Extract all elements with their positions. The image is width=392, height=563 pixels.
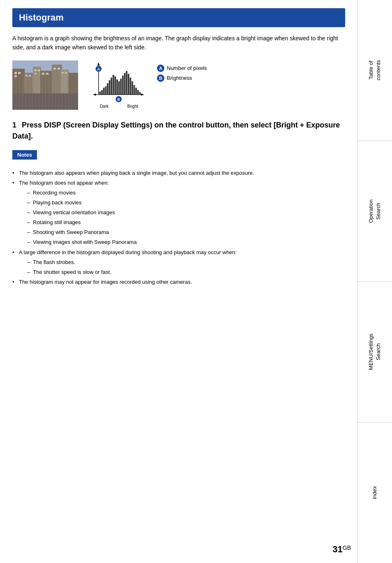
svg-rect-40 bbox=[122, 76, 124, 95]
sidebar-label-menu-settings-search: MENU/SettingsSearch bbox=[367, 334, 382, 370]
svg-rect-45 bbox=[131, 81, 133, 95]
svg-rect-28 bbox=[99, 91, 101, 94]
list-item: Shooting with Sweep Panorama bbox=[27, 228, 345, 237]
legend-b-circle: B bbox=[157, 74, 164, 82]
sidebar-label-operation-search: OperationSearch bbox=[367, 199, 382, 223]
svg-rect-2 bbox=[24, 73, 34, 93]
svg-rect-29 bbox=[101, 90, 103, 95]
notes-label: Notes bbox=[13, 151, 36, 159]
svg-rect-49 bbox=[139, 92, 141, 94]
svg-rect-39 bbox=[120, 79, 122, 95]
svg-rect-18 bbox=[46, 73, 48, 75]
legend-b-text: Brightness bbox=[167, 75, 192, 81]
svg-rect-41 bbox=[124, 73, 126, 95]
svg-rect-46 bbox=[134, 85, 135, 95]
svg-rect-9 bbox=[14, 72, 17, 74]
svg-marker-27 bbox=[141, 93, 144, 96]
sidebar-item-table-of-contents[interactable]: Table ofcontents bbox=[358, 0, 392, 141]
step-text: Press DISP (Screen Display Settings) on … bbox=[12, 121, 340, 140]
intro-text: A histogram is a graph showing the brigh… bbox=[12, 34, 345, 52]
svg-rect-0 bbox=[12, 60, 78, 77]
notes-content: The histogram also appears when playing … bbox=[12, 169, 345, 287]
legend-area: A Number of pixels B Brightness bbox=[157, 60, 207, 82]
page-number: 31GB bbox=[332, 544, 351, 555]
svg-text:Bright: Bright bbox=[127, 104, 138, 109]
svg-rect-17 bbox=[42, 73, 44, 75]
list-item: Rotating still images bbox=[27, 218, 345, 227]
svg-rect-15 bbox=[38, 70, 40, 71]
svg-rect-30 bbox=[103, 88, 105, 95]
svg-rect-1 bbox=[12, 69, 25, 93]
camera-image bbox=[12, 60, 78, 110]
svg-rect-6 bbox=[61, 70, 69, 93]
sidebar: Table ofcontents OperationSearch MENU/Se… bbox=[357, 0, 392, 563]
diagram-area: A B Dark Bright A Number of pixels bbox=[12, 60, 345, 110]
svg-rect-12 bbox=[25, 75, 28, 76]
svg-text:Dark: Dark bbox=[100, 104, 109, 109]
svg-rect-44 bbox=[130, 77, 131, 95]
svg-rect-10 bbox=[18, 72, 21, 74]
notes-box: Notes bbox=[12, 150, 37, 160]
sub-list: Recording movies Playing back movies Vie… bbox=[19, 188, 345, 247]
svg-rect-20 bbox=[58, 68, 60, 70]
svg-rect-11 bbox=[14, 75, 17, 77]
svg-rect-3 bbox=[33, 67, 41, 93]
list-item: Viewing vertical orientation images bbox=[27, 208, 345, 217]
list-item: The histogram may not appear for images … bbox=[12, 278, 345, 287]
sidebar-label-index: Index bbox=[371, 486, 378, 499]
svg-rect-37 bbox=[116, 79, 118, 95]
svg-rect-33 bbox=[109, 80, 111, 95]
sub-list: The flash strobes. The shutter speed is … bbox=[19, 258, 345, 277]
sidebar-label-table-of-contents: Table ofcontents bbox=[367, 60, 382, 80]
sidebar-item-index[interactable]: Index bbox=[358, 423, 392, 563]
svg-rect-4 bbox=[40, 71, 53, 93]
page-num-suffix: GB bbox=[343, 544, 351, 551]
main-content: Histogram A histogram is a graph showing… bbox=[0, 0, 357, 563]
svg-text:A: A bbox=[97, 67, 100, 71]
svg-rect-34 bbox=[111, 77, 112, 95]
list-item: The flash strobes. bbox=[27, 258, 345, 267]
page-wrapper: Histogram A histogram is a graph showing… bbox=[0, 0, 392, 563]
notes-list: The histogram also appears when playing … bbox=[12, 169, 345, 287]
svg-marker-26 bbox=[93, 93, 96, 96]
list-item: The histogram does not appear when: Reco… bbox=[12, 178, 345, 247]
svg-rect-7 bbox=[68, 73, 78, 93]
step-instruction: 1 Press DISP (Screen Display Settings) o… bbox=[12, 120, 345, 142]
list-item: Recording movies bbox=[27, 188, 345, 197]
svg-rect-43 bbox=[128, 74, 129, 95]
legend-a-text: Number of pixels bbox=[167, 65, 207, 71]
svg-rect-42 bbox=[126, 71, 127, 95]
svg-rect-38 bbox=[118, 81, 120, 95]
svg-rect-48 bbox=[137, 90, 139, 95]
list-item: The shutter speed is slow or fast. bbox=[27, 268, 345, 277]
svg-rect-36 bbox=[115, 76, 116, 95]
svg-rect-32 bbox=[107, 83, 108, 95]
svg-rect-35 bbox=[113, 75, 114, 95]
svg-rect-22 bbox=[65, 72, 67, 74]
svg-rect-16 bbox=[35, 73, 37, 74]
svg-rect-21 bbox=[62, 72, 64, 74]
svg-rect-8 bbox=[12, 93, 78, 110]
page-num-main: 31 bbox=[332, 544, 342, 554]
legend-a-circle: A bbox=[157, 65, 164, 72]
step-number: 1 bbox=[12, 121, 16, 129]
sidebar-item-menu-settings-search[interactable]: MENU/SettingsSearch bbox=[358, 282, 392, 423]
list-item: Viewing images shot with Sweep Panorama bbox=[27, 238, 345, 247]
svg-text:B: B bbox=[117, 97, 120, 102]
legend-b: B Brightness bbox=[157, 74, 207, 82]
svg-rect-5 bbox=[52, 65, 62, 93]
svg-rect-19 bbox=[53, 68, 56, 70]
histogram-diagram: A B Dark Bright bbox=[85, 60, 150, 110]
svg-rect-31 bbox=[105, 86, 107, 95]
list-item: A large difference in the histogram disp… bbox=[12, 248, 345, 277]
list-item: The histogram also appears when playing … bbox=[12, 169, 345, 178]
svg-marker-24 bbox=[97, 62, 100, 65]
list-item: Playing back movies bbox=[27, 198, 345, 207]
svg-rect-13 bbox=[29, 75, 31, 76]
page-title: Histogram bbox=[12, 8, 345, 27]
sidebar-item-operation-search[interactable]: OperationSearch bbox=[358, 141, 392, 282]
camera-img-inner bbox=[12, 60, 78, 110]
svg-rect-14 bbox=[35, 70, 37, 71]
svg-rect-47 bbox=[135, 88, 137, 95]
legend-a: A Number of pixels bbox=[157, 65, 207, 72]
